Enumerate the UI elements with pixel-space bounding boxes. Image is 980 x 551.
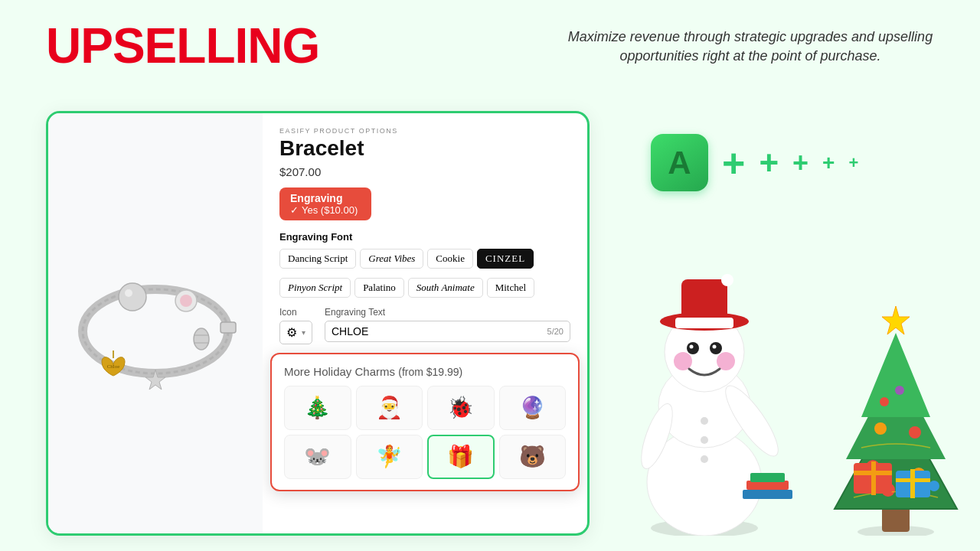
charm-item-5[interactable]: 🐭 xyxy=(284,435,351,479)
svg-rect-2 xyxy=(220,322,236,333)
font-btn-mitchell[interactable]: Mitchel xyxy=(487,278,534,298)
charm-icon-2: 🎅 xyxy=(376,397,403,419)
svg-point-22 xyxy=(710,342,722,354)
engraving-text-input[interactable]: CHLOE 5/20 xyxy=(325,321,570,342)
check-icon: ✓ xyxy=(290,204,299,216)
charm-item-2[interactable]: 🎅 xyxy=(356,386,423,430)
charm-icon-3: 🐞 xyxy=(447,397,474,419)
tagline: Maximize revenue through strategic upgra… xyxy=(567,21,934,66)
svg-point-4 xyxy=(125,289,132,297)
font-btn-pinyon[interactable]: Pinyon Script xyxy=(279,278,351,298)
svg-point-9 xyxy=(194,328,209,350)
product-card: Chloe EASIFY PRODUCT OPTIONS Bracelet $2… xyxy=(46,111,590,536)
engraving-value: CHLOE xyxy=(332,325,368,337)
charm-icon-7: 🎁 xyxy=(447,446,474,468)
font-btn-south[interactable]: South Animate xyxy=(408,278,483,298)
svg-rect-49 xyxy=(854,471,892,475)
charm-item-6[interactable]: 🧚 xyxy=(356,435,423,479)
svg-point-19 xyxy=(721,274,733,286)
icon-select[interactable]: ⚙ ▾ xyxy=(279,321,312,344)
page-title: UPSELLING xyxy=(46,21,319,70)
svg-point-8 xyxy=(180,295,192,307)
svg-rect-52 xyxy=(896,478,930,482)
font-grid-2: Pinyon Script Palatino South Animate Mit… xyxy=(279,278,570,298)
icon-symbol: ⚙ xyxy=(286,325,297,340)
charm-icon-4: 🔮 xyxy=(519,397,546,419)
easify-label: EASIFY PRODUCT OPTIONS xyxy=(279,127,570,135)
upsell-popup: More Holiday Charms (from $19.99) 🎄 🎅 🐞 … xyxy=(270,353,580,491)
svg-point-26 xyxy=(717,352,735,370)
svg-rect-51 xyxy=(910,469,915,498)
svg-marker-38 xyxy=(882,306,910,334)
charm-item-4[interactable]: 🔮 xyxy=(499,386,567,430)
charm-item-3[interactable]: 🐞 xyxy=(427,386,495,430)
font-grid: Dancing Script Great Vibes Cookie CINZEL xyxy=(279,249,570,269)
svg-point-31 xyxy=(701,455,708,463)
letter-a-icon: A xyxy=(651,134,708,191)
product-title: Bracelet xyxy=(279,136,570,161)
plus-icon-4: + xyxy=(822,152,835,174)
svg-point-25 xyxy=(674,352,692,370)
charm-item-1[interactable]: 🎄 xyxy=(284,386,351,430)
charm-icon-1: 🎄 xyxy=(304,397,331,419)
char-count: 5/20 xyxy=(547,327,564,336)
product-image-area: Chloe xyxy=(48,113,263,533)
svg-point-21 xyxy=(687,342,699,354)
header: UPSELLING Maximize revenue through strat… xyxy=(46,21,934,70)
engraving-toggle[interactable]: Engraving ✓ Yes ($10.00) xyxy=(279,187,371,220)
xmas-scene xyxy=(605,214,980,536)
svg-rect-48 xyxy=(871,461,876,495)
plus-icon-1: + xyxy=(722,143,745,183)
icon-column: Icon ⚙ ▾ xyxy=(279,307,312,344)
font-btn-cinzel[interactable]: CINZEL xyxy=(477,249,534,269)
svg-text:Chloe: Chloe xyxy=(107,364,120,370)
engraving-label: Engraving xyxy=(290,192,361,204)
svg-point-30 xyxy=(701,436,708,444)
charm-item-7[interactable]: 🎁 xyxy=(427,435,495,479)
font-btn-cookie[interactable]: Cookie xyxy=(427,249,473,269)
svg-point-43 xyxy=(874,422,887,435)
product-price: $207.00 xyxy=(279,165,570,178)
plus-icon-3: + xyxy=(792,149,808,177)
text-column: Engraving Text CHLOE 5/20 xyxy=(325,307,570,342)
product-details: EASIFY PRODUCT OPTIONS Bracelet $207.00 … xyxy=(263,113,587,533)
font-btn-palatino[interactable]: Palatino xyxy=(354,278,404,298)
plus-icon-2: + xyxy=(759,146,779,180)
charm-icon-6: 🧚 xyxy=(376,446,403,468)
plus-icons-row: A + + + + + xyxy=(651,134,858,191)
plus-icon-5: + xyxy=(848,155,858,171)
engraving-option: ✓ Yes ($10.00) xyxy=(290,204,361,216)
engraving-text-label: Engraving Text xyxy=(325,307,570,318)
charm-item-8[interactable]: 🐻 xyxy=(499,435,567,479)
svg-rect-55 xyxy=(750,473,785,482)
icon-text-row: Icon ⚙ ▾ Engraving Text CHLOE 5/20 xyxy=(279,307,570,344)
upsell-title: More Holiday Charms (from $19.99) xyxy=(284,365,566,378)
svg-point-24 xyxy=(713,345,717,349)
chevron-down-icon: ▾ xyxy=(302,328,305,337)
svg-point-44 xyxy=(909,426,921,439)
gifts xyxy=(850,448,942,509)
svg-rect-53 xyxy=(743,490,792,499)
svg-rect-20 xyxy=(675,318,733,328)
charm-icon-5: 🐭 xyxy=(304,446,331,468)
svg-point-29 xyxy=(701,417,708,425)
charm-icon-8: 🐻 xyxy=(519,446,546,468)
svg-point-3 xyxy=(119,283,146,311)
svg-point-23 xyxy=(690,345,694,349)
books xyxy=(739,467,800,513)
charm-grid: 🎄 🎅 🐞 🔮 🐭 🧚 🎁 xyxy=(284,386,566,479)
icon-label: Icon xyxy=(279,307,312,318)
font-btn-greatvibes[interactable]: Great Vibes xyxy=(360,249,423,269)
bracelet-image: Chloe xyxy=(71,240,240,408)
font-btn-dancing[interactable]: Dancing Script xyxy=(279,249,356,269)
svg-point-45 xyxy=(895,386,904,395)
svg-point-46 xyxy=(880,397,889,406)
right-side: A + + + + + xyxy=(605,111,980,536)
font-section-label: Engraving Font xyxy=(279,231,570,243)
svg-rect-18 xyxy=(681,279,727,324)
svg-marker-37 xyxy=(861,333,930,417)
